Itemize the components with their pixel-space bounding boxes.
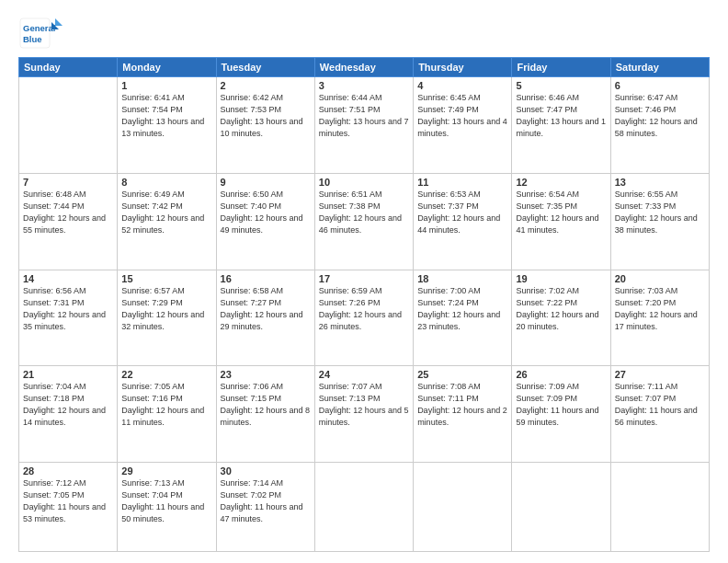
cell-text: Sunrise: 6:54 AM Sunset: 7:35 PM Dayligh… — [516, 189, 606, 236]
day-number: 30 — [221, 465, 311, 477]
day-number: 3 — [319, 80, 409, 91]
day-number: 17 — [319, 273, 409, 284]
svg-text:General: General — [23, 23, 55, 33]
calendar-cell: 13Sunrise: 6:55 AM Sunset: 7:33 PM Dayli… — [610, 173, 709, 270]
weekday-header-monday: Monday — [118, 58, 216, 77]
cell-text: Sunrise: 7:14 AM Sunset: 7:02 PM Dayligh… — [221, 477, 311, 525]
cell-text: Sunrise: 7:08 AM Sunset: 7:11 PM Dayligh… — [417, 381, 507, 429]
calendar-cell: 10Sunrise: 6:51 AM Sunset: 7:38 PM Dayli… — [314, 173, 413, 270]
cell-text: Sunrise: 6:44 AM Sunset: 7:51 PM Dayligh… — [319, 92, 409, 140]
calendar-cell: 30Sunrise: 7:14 AM Sunset: 7:02 PM Dayli… — [216, 463, 314, 552]
day-number: 21 — [23, 369, 113, 380]
calendar-cell: 1Sunrise: 6:41 AM Sunset: 7:54 PM Daylig… — [118, 77, 216, 174]
calendar-cell: 20Sunrise: 7:03 AM Sunset: 7:20 PM Dayli… — [610, 270, 709, 366]
week-row-1: 1Sunrise: 6:41 AM Sunset: 7:54 PM Daylig… — [19, 77, 710, 174]
day-number: 28 — [23, 465, 113, 477]
cell-text: Sunrise: 7:05 AM Sunset: 7:16 PM Dayligh… — [121, 381, 211, 429]
calendar-cell: 17Sunrise: 6:59 AM Sunset: 7:26 PM Dayli… — [314, 270, 413, 366]
day-number: 5 — [516, 80, 606, 91]
logo: General Blue — [18, 17, 64, 50]
day-number: 20 — [615, 273, 705, 284]
day-number: 29 — [121, 465, 211, 477]
day-number: 23 — [221, 369, 311, 380]
calendar-cell: 3Sunrise: 6:44 AM Sunset: 7:51 PM Daylig… — [314, 77, 413, 174]
day-number: 18 — [417, 273, 507, 284]
cell-text: Sunrise: 7:04 AM Sunset: 7:18 PM Dayligh… — [23, 381, 113, 429]
cell-text: Sunrise: 6:49 AM Sunset: 7:42 PM Dayligh… — [121, 189, 211, 236]
day-number: 15 — [121, 273, 211, 284]
cell-text: Sunrise: 6:57 AM Sunset: 7:29 PM Dayligh… — [121, 285, 211, 333]
day-number: 22 — [121, 369, 211, 380]
calendar-cell: 4Sunrise: 6:45 AM Sunset: 7:49 PM Daylig… — [414, 77, 512, 174]
cell-text: Sunrise: 7:06 AM Sunset: 7:15 PM Dayligh… — [221, 381, 311, 429]
cell-text: Sunrise: 6:53 AM Sunset: 7:37 PM Dayligh… — [417, 189, 507, 236]
cell-text: Sunrise: 6:45 AM Sunset: 7:49 PM Dayligh… — [417, 92, 507, 140]
day-number: 4 — [417, 80, 507, 91]
cell-text: Sunrise: 6:51 AM Sunset: 7:38 PM Dayligh… — [319, 189, 409, 236]
week-row-3: 14Sunrise: 6:56 AM Sunset: 7:31 PM Dayli… — [19, 270, 710, 366]
day-number: 7 — [23, 177, 113, 188]
page: General Blue SundayMondayTuesdayWednesda… — [0, 0, 728, 563]
cell-text: Sunrise: 6:56 AM Sunset: 7:31 PM Dayligh… — [23, 285, 113, 333]
cell-text: Sunrise: 7:13 AM Sunset: 7:04 PM Dayligh… — [121, 477, 211, 525]
calendar-cell: 28Sunrise: 7:12 AM Sunset: 7:05 PM Dayli… — [19, 463, 118, 552]
calendar-cell — [512, 463, 610, 552]
calendar-cell: 23Sunrise: 7:06 AM Sunset: 7:15 PM Dayli… — [216, 366, 314, 463]
calendar-cell: 2Sunrise: 6:42 AM Sunset: 7:53 PM Daylig… — [216, 77, 314, 174]
cell-text: Sunrise: 6:59 AM Sunset: 7:26 PM Dayligh… — [319, 285, 409, 333]
weekday-header-wednesday: Wednesday — [314, 58, 413, 77]
week-row-2: 7Sunrise: 6:48 AM Sunset: 7:44 PM Daylig… — [19, 173, 710, 270]
logo-svg: General Blue — [18, 17, 64, 50]
calendar-cell: 21Sunrise: 7:04 AM Sunset: 7:18 PM Dayli… — [19, 366, 118, 463]
cell-text: Sunrise: 7:12 AM Sunset: 7:05 PM Dayligh… — [23, 477, 113, 525]
day-number: 25 — [417, 369, 507, 380]
cell-text: Sunrise: 6:55 AM Sunset: 7:33 PM Dayligh… — [615, 189, 705, 236]
day-number: 12 — [516, 177, 606, 188]
cell-text: Sunrise: 6:47 AM Sunset: 7:46 PM Dayligh… — [615, 92, 705, 140]
day-number: 13 — [615, 177, 705, 188]
calendar-cell — [19, 77, 118, 174]
cell-text: Sunrise: 7:02 AM Sunset: 7:22 PM Dayligh… — [516, 285, 606, 333]
calendar-cell: 24Sunrise: 7:07 AM Sunset: 7:13 PM Dayli… — [314, 366, 413, 463]
day-number: 24 — [319, 369, 409, 380]
svg-marker-4 — [55, 18, 63, 26]
calendar-cell: 16Sunrise: 6:58 AM Sunset: 7:27 PM Dayli… — [216, 270, 314, 366]
cell-text: Sunrise: 6:48 AM Sunset: 7:44 PM Dayligh… — [23, 189, 113, 236]
weekday-header-saturday: Saturday — [610, 58, 709, 77]
calendar-cell: 11Sunrise: 6:53 AM Sunset: 7:37 PM Dayli… — [414, 173, 512, 270]
calendar-cell: 7Sunrise: 6:48 AM Sunset: 7:44 PM Daylig… — [19, 173, 118, 270]
day-number: 14 — [23, 273, 113, 284]
calendar-cell: 26Sunrise: 7:09 AM Sunset: 7:09 PM Dayli… — [512, 366, 610, 463]
calendar-cell: 19Sunrise: 7:02 AM Sunset: 7:22 PM Dayli… — [512, 270, 610, 366]
cell-text: Sunrise: 6:42 AM Sunset: 7:53 PM Dayligh… — [221, 92, 311, 140]
day-number: 9 — [221, 177, 311, 188]
calendar-cell: 12Sunrise: 6:54 AM Sunset: 7:35 PM Dayli… — [512, 173, 610, 270]
cell-text: Sunrise: 7:07 AM Sunset: 7:13 PM Dayligh… — [319, 381, 409, 429]
weekday-header-friday: Friday — [512, 58, 610, 77]
day-number: 10 — [319, 177, 409, 188]
svg-text:Blue: Blue — [23, 34, 42, 44]
day-number: 19 — [516, 273, 606, 284]
calendar-cell — [414, 463, 512, 552]
day-number: 11 — [417, 177, 507, 188]
calendar-cell: 8Sunrise: 6:49 AM Sunset: 7:42 PM Daylig… — [118, 173, 216, 270]
day-number: 1 — [121, 80, 211, 91]
weekday-header-sunday: Sunday — [19, 58, 118, 77]
day-number: 2 — [221, 80, 311, 91]
calendar-cell: 14Sunrise: 6:56 AM Sunset: 7:31 PM Dayli… — [19, 270, 118, 366]
cell-text: Sunrise: 6:50 AM Sunset: 7:40 PM Dayligh… — [221, 189, 311, 236]
cell-text: Sunrise: 6:41 AM Sunset: 7:54 PM Dayligh… — [121, 92, 211, 140]
calendar-cell: 27Sunrise: 7:11 AM Sunset: 7:07 PM Dayli… — [610, 366, 709, 463]
calendar-cell: 5Sunrise: 6:46 AM Sunset: 7:47 PM Daylig… — [512, 77, 610, 174]
week-row-4: 21Sunrise: 7:04 AM Sunset: 7:18 PM Dayli… — [19, 366, 710, 463]
cell-text: Sunrise: 7:11 AM Sunset: 7:07 PM Dayligh… — [615, 381, 705, 429]
day-number: 8 — [121, 177, 211, 188]
cell-text: Sunrise: 7:00 AM Sunset: 7:24 PM Dayligh… — [417, 285, 507, 333]
day-number: 16 — [221, 273, 311, 284]
calendar-cell: 6Sunrise: 6:47 AM Sunset: 7:46 PM Daylig… — [610, 77, 709, 174]
calendar-cell — [610, 463, 709, 552]
calendar-cell: 25Sunrise: 7:08 AM Sunset: 7:11 PM Dayli… — [414, 366, 512, 463]
cell-text: Sunrise: 7:09 AM Sunset: 7:09 PM Dayligh… — [516, 381, 606, 429]
calendar-table: SundayMondayTuesdayWednesdayThursdayFrid… — [18, 57, 710, 552]
day-number: 26 — [516, 369, 606, 380]
